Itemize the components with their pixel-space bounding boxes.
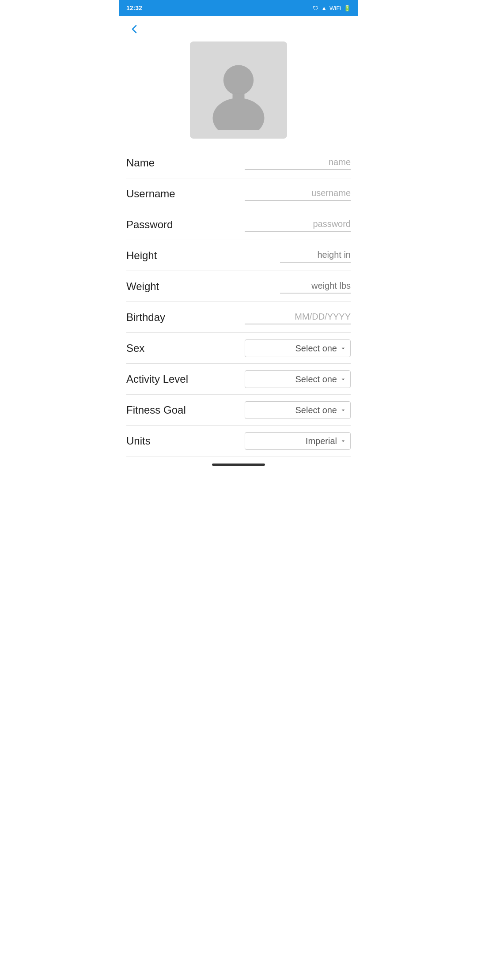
name-row: Name [126,147,351,178]
height-label: Height [126,249,280,262]
password-input[interactable] [245,217,351,232]
avatar-container[interactable] [190,41,287,139]
weight-input[interactable] [280,279,351,294]
shield-icon: 🛡 [313,5,318,11]
activity-level-select[interactable]: Select one Sedentary Lightly Active Mode… [245,370,351,388]
status-time: 12:32 [126,4,142,11]
units-select[interactable]: Imperial Metric [245,432,351,450]
height-input-group [280,248,351,263]
weight-label: Weight [126,280,280,293]
activity-level-row: Activity Level Select one Sedentary Ligh… [126,364,351,395]
sex-label: Sex [126,342,245,354]
home-bar [212,464,265,466]
username-input[interactable] [245,186,351,201]
avatar-icon [190,41,287,139]
svg-point-1 [213,98,265,130]
birthday-label: Birthday [126,311,245,324]
fitness-goal-label: Fitness Goal [126,404,245,416]
avatar-section[interactable] [119,37,358,147]
back-arrow-icon [128,23,140,35]
password-label: Password [126,219,245,231]
birthday-row: Birthday [126,302,351,333]
birthday-input[interactable] [245,310,351,324]
wifi-icon: WiFi [329,5,341,11]
fitness-goal-row: Fitness Goal Select one Lose Weight Main… [126,395,351,426]
activity-level-label: Activity Level [126,373,245,385]
sex-row: Sex Select one Male Female Other [126,333,351,364]
home-indicator [119,456,358,469]
name-input[interactable] [245,155,351,170]
units-label: Units [126,435,245,447]
name-label: Name [126,157,245,169]
height-input[interactable] [280,248,351,263]
username-row: Username [126,178,351,209]
back-button[interactable] [126,21,142,37]
battery-icon: 🔋 [344,5,351,11]
status-bar: 12:32 🛡 ▲ WiFi 🔋 [119,0,358,16]
username-label: Username [126,188,245,200]
height-row: Height [126,240,351,271]
weight-input-group [280,279,351,294]
form-container: Name Username Password Height Weight Bir… [119,147,358,456]
status-icons: 🛡 ▲ WiFi 🔋 [313,5,351,11]
signal-icon: ▲ [321,5,327,11]
sex-select[interactable]: Select one Male Female Other [245,339,351,357]
top-bar [119,16,358,37]
svg-rect-2 [233,93,245,101]
weight-row: Weight [126,271,351,302]
fitness-goal-select[interactable]: Select one Lose Weight Maintain Weight G… [245,401,351,419]
units-row: Units Imperial Metric [126,426,351,456]
password-row: Password [126,209,351,240]
svg-point-0 [223,65,254,95]
